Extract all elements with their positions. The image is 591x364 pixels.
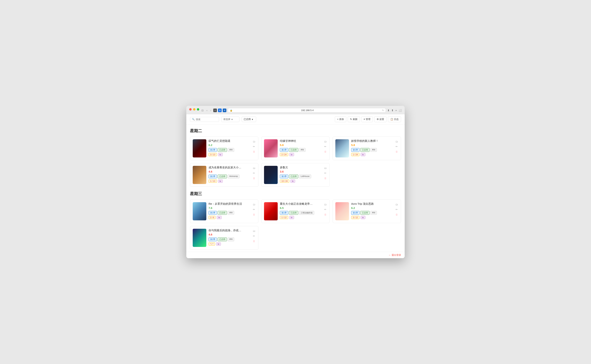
tag-status-4: 已启用 — [218, 175, 227, 178]
back-button[interactable]: ‹ — [206, 109, 208, 112]
edit-button-3[interactable]: ✏ — [395, 145, 398, 148]
anime-progress-row-8: 3 / 12tv — [351, 216, 393, 219]
anime-info-9: 你与我最后的战场，亦或…4.6第2季已启用ANi* / *tv — [208, 229, 250, 247]
add-button[interactable]: + 添加 — [335, 116, 346, 122]
anime-tags-2: 第1季已启用ANi — [280, 148, 321, 152]
archive-button-4[interactable]: 🗂 — [252, 166, 256, 170]
content-area: 🔍 请选择 ▾ 已启用 ▾ + 添加 ↻ 刷新 ≡ 管理 ⚙ 设置 📋 日志 星… — [186, 114, 405, 258]
address-bar[interactable]: 🔒 192.168.5.4 ↻ — [228, 108, 386, 112]
delete-button-1[interactable]: 🗑 — [252, 150, 256, 153]
delete-button-8[interactable]: 🗑 — [395, 213, 398, 216]
anime-actions-6: 🗂✏🗑 — [252, 202, 256, 220]
tag-season-6: 第1季 — [208, 211, 217, 215]
edit-button-7[interactable]: ✏ — [324, 208, 327, 211]
delete-button-3[interactable]: 🗑 — [395, 150, 398, 153]
anime-progress-row-7: 1 / 12tv — [280, 216, 321, 219]
edit-button-9[interactable]: ✏ — [252, 234, 255, 238]
logout-button[interactable]: ← 退出登录 — [388, 254, 401, 257]
s-icon[interactable]: S — [218, 109, 222, 112]
close-button[interactable] — [189, 108, 192, 110]
lock-icon: 🔒 — [230, 109, 232, 112]
settings-button[interactable]: ⚙ 设置 — [374, 116, 387, 122]
footer-bar: ← 退出登录 — [186, 252, 405, 258]
anime-grid-0: 叹气的亡灵想隐退6.2第1季已启用ANi3 / 13tv🗂✏🗑结缘甘神神社5.8… — [190, 136, 401, 187]
tag-source-1: ANi — [228, 148, 234, 152]
anime-tags-7: 第1季已启用三明治猫栏组 — [280, 211, 321, 215]
anime-progress-row-6: 2 / 8tv — [208, 216, 250, 219]
manage-button[interactable]: ≡ 管理 — [361, 116, 373, 122]
anime-type-1: tv — [218, 153, 223, 156]
anime-progress-row-9: * / *tv — [208, 242, 250, 246]
tag-season-5: 第1季 — [280, 175, 288, 178]
archive-button-9[interactable]: 🗂 — [252, 229, 256, 233]
anime-card-8: Acro Trip 顶尖恶路6.2第1季已启用ANi3 / 12tv🗂✏🗑 — [333, 200, 401, 223]
delete-button-6[interactable]: 🗑 — [252, 213, 256, 216]
archive-button-3[interactable]: 🗂 — [395, 140, 398, 143]
anime-title-4: 成为名垂青史的反派大小… — [208, 166, 250, 169]
archive-button-2[interactable]: 🗂 — [324, 140, 327, 143]
anime-title-8: Acro Trip 顶尖恶路 — [351, 202, 393, 206]
anime-progress-4: 1 / 13 — [208, 179, 217, 183]
archive-button-8[interactable]: 🗂 — [395, 202, 398, 206]
status-select[interactable]: 已启用 ▾ — [242, 117, 256, 122]
archive-button-1[interactable]: 🗂 — [252, 140, 256, 143]
download-button[interactable]: ⬇ — [387, 109, 390, 112]
category-select[interactable]: 请选择 ▾ — [221, 117, 239, 122]
new-tab-button[interactable]: + — [395, 109, 397, 112]
anime-tags-5: 第1季已启用LoliHouse — [280, 175, 321, 178]
traffic-lights — [189, 108, 199, 110]
anime-card-2: 结缘甘神神社5.8第1季已启用ANi2 / 24tv🗂✏🗑 — [261, 136, 330, 160]
tag-status-3: 已启用 — [360, 148, 370, 152]
anime-tags-4: 第1季已启用Animerep — [208, 175, 250, 178]
tag-source-3: ANi — [370, 148, 377, 152]
edit-button-8[interactable]: ✏ — [395, 208, 398, 211]
edit-button-6[interactable]: ✏ — [252, 208, 255, 211]
anime-type-8: tv — [361, 216, 365, 219]
sidebar-button[interactable]: ⬜ — [399, 109, 402, 112]
archive-button-6[interactable]: 🗂 — [252, 202, 256, 206]
sidebar-toggle-button[interactable]: ⊡ — [201, 109, 204, 112]
anime-progress-6: 2 / 8 — [208, 216, 216, 219]
minimize-button[interactable] — [193, 108, 195, 110]
tag-source-6: ANi — [228, 211, 234, 215]
tag-source-9: ANi — [228, 237, 234, 241]
edit-button-1[interactable]: ✏ — [252, 145, 255, 148]
anime-title-9: 你与我最后的战场，亦或… — [208, 229, 250, 232]
log-button[interactable]: 📋 日志 — [388, 116, 401, 122]
anime-info-4: 成为名垂青史的反派大小…4.6第1季已启用Animerep1 / 13tv — [208, 166, 250, 184]
anime-title-5: 多数欠 — [280, 166, 321, 169]
delete-button-9[interactable]: 🗑 — [252, 239, 256, 243]
chevron-down-icon: ▾ — [232, 118, 233, 121]
anime-tags-3: 第1季已启用ANi — [351, 148, 393, 152]
archive-button-7[interactable]: 🗂 — [324, 202, 327, 206]
anime-card-6: Re：从零开始的异世界生活7.6第1季已启用ANi2 / 8tv🗂✏🗑 — [190, 200, 258, 223]
refresh-icon[interactable]: ↻ — [382, 109, 384, 112]
anime-cover-3 — [335, 139, 349, 157]
refresh-button[interactable]: ↻ 刷新 — [348, 116, 360, 122]
anime-progress-row-1: 3 / 13tv — [208, 153, 250, 156]
delete-button-4[interactable]: 🗑 — [252, 176, 256, 180]
tag-status-6: 已启用 — [218, 211, 227, 215]
edit-button-4[interactable]: ✏ — [252, 171, 255, 175]
delete-button-5[interactable]: 🗑 — [324, 176, 327, 180]
delete-button-7[interactable]: 🗑 — [324, 213, 327, 216]
dash-icon[interactable]: ⊞ — [223, 109, 226, 112]
anime-info-7: 重生大小姐正在攻略龙帝…6.5第1季已启用三明治猫栏组1 / 12tv — [280, 202, 321, 220]
edit-button-2[interactable]: ✏ — [324, 145, 327, 148]
extensions-icon[interactable]: ∞ — [213, 109, 217, 112]
delete-button-2[interactable]: 🗑 — [324, 150, 327, 153]
archive-button-5[interactable]: 🗂 — [324, 166, 327, 170]
maximize-button[interactable] — [197, 108, 199, 110]
anime-tags-9: 第2季已启用ANi — [208, 237, 250, 241]
search-box[interactable]: 🔍 — [190, 117, 219, 122]
forward-button[interactable]: › — [210, 109, 212, 112]
address-text: 192.168.5.4 — [234, 109, 381, 112]
edit-button-5[interactable]: ✏ — [324, 171, 327, 175]
anime-type-2: tv — [289, 153, 294, 156]
share-button[interactable]: ⬆ — [392, 109, 394, 112]
search-input[interactable] — [196, 118, 217, 121]
anime-card-4: 成为名垂青史的反派大小…4.6第1季已启用Animerep1 / 13tv🗂✏🗑 — [190, 163, 258, 187]
anime-title-1: 叹气的亡灵想隐退 — [208, 139, 250, 143]
tag-source-4: Animerep — [228, 175, 239, 178]
anime-progress-9: * / * — [208, 242, 215, 246]
